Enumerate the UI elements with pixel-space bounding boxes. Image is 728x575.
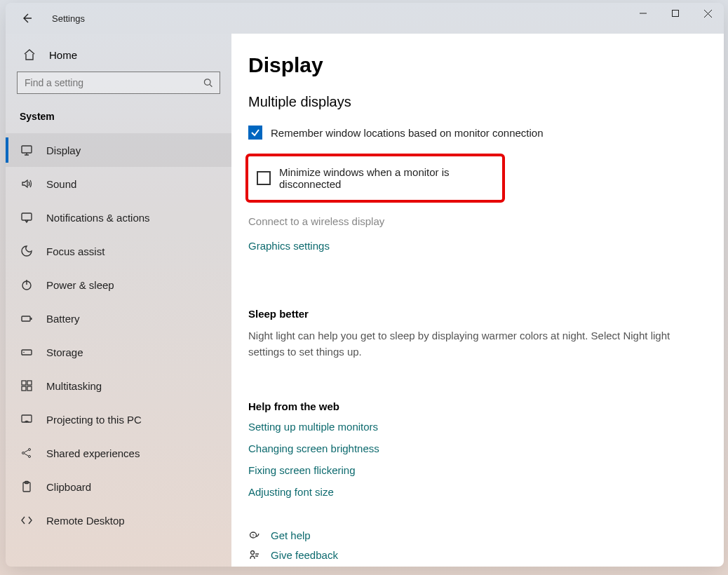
checkbox-minimize-label: Minimize windows when a monitor is disco… <box>279 166 494 190</box>
svg-rect-17 <box>27 386 32 391</box>
maximize-button[interactable] <box>659 3 692 24</box>
svg-point-19 <box>26 421 27 423</box>
svg-line-23 <box>24 450 28 453</box>
sidebar-item-projecting-to-this-pc[interactable]: Projecting to this PC <box>6 402 231 436</box>
sidebar-item-notifications-actions[interactable]: Notifications & actions <box>6 201 231 234</box>
page-title: Display <box>248 53 724 77</box>
section-multiple-displays: Multiple displays <box>248 94 724 110</box>
svg-point-20 <box>22 452 25 454</box>
settings-window: Settings Home <box>6 3 724 567</box>
sidebar-item-label: Clipboard <box>46 481 91 493</box>
checkbox-remember[interactable] <box>248 126 262 140</box>
shared-icon <box>20 446 34 460</box>
feedback-icon <box>248 548 261 561</box>
help-icon: ? <box>248 529 261 541</box>
get-help-row[interactable]: ? Get help <box>248 529 724 541</box>
back-arrow-icon <box>21 13 32 24</box>
sleep-better-heading: Sleep better <box>248 308 724 320</box>
nav-list: DisplaySoundNotifications & actionsFocus… <box>6 133 231 537</box>
back-button[interactable] <box>13 4 41 32</box>
maximize-icon <box>672 10 679 17</box>
svg-rect-15 <box>27 381 32 385</box>
svg-line-3 <box>210 84 212 86</box>
clipboard-icon <box>20 480 34 494</box>
content-area: Home System DisplaySoundNotifications & … <box>6 34 724 567</box>
svg-text:?: ? <box>252 534 255 538</box>
minimize-button[interactable] <box>627 3 659 24</box>
sidebar-item-label: Shared experiences <box>46 447 140 459</box>
close-button[interactable] <box>692 3 724 24</box>
projecting-icon <box>20 412 34 426</box>
sidebar-item-display[interactable]: Display <box>6 133 231 167</box>
give-feedback-row[interactable]: Give feedback <box>248 548 724 561</box>
checkbox-remember-label: Remember window locations based on monit… <box>271 127 544 139</box>
checkbox-minimize[interactable] <box>257 171 271 185</box>
sidebar: Home System DisplaySoundNotifications & … <box>6 34 231 567</box>
focus-assist-icon <box>20 244 34 258</box>
svg-line-24 <box>24 454 28 456</box>
sidebar-item-focus-assist[interactable]: Focus assist <box>6 234 231 268</box>
svg-point-22 <box>29 456 31 458</box>
svg-point-21 <box>29 449 31 451</box>
help-link[interactable]: Setting up multiple monitors <box>248 421 724 433</box>
display-icon <box>20 143 34 157</box>
help-link[interactable]: Fixing screen flickering <box>248 464 724 476</box>
sidebar-item-label: Multitasking <box>46 380 102 392</box>
sidebar-item-multitasking[interactable]: Multitasking <box>6 369 231 402</box>
titlebar: Settings <box>6 3 724 34</box>
home-icon <box>22 48 36 62</box>
get-help-link[interactable]: Get help <box>271 529 311 541</box>
svg-rect-16 <box>22 386 26 391</box>
sleep-better-body: Night light can help you get to sleep by… <box>248 328 697 360</box>
highlighted-setting: Minimize windows when a monitor is disco… <box>245 154 505 203</box>
search-box[interactable] <box>17 72 220 94</box>
storage-icon <box>20 345 34 359</box>
sidebar-item-battery[interactable]: Battery <box>6 302 231 335</box>
svg-point-13 <box>23 352 25 353</box>
notifications-icon <box>20 210 34 224</box>
sidebar-item-label: Display <box>46 144 81 156</box>
sidebar-item-shared-experiences[interactable]: Shared experiences <box>6 436 231 470</box>
svg-rect-4 <box>22 146 32 153</box>
svg-rect-14 <box>22 381 26 385</box>
sound-icon <box>20 177 34 191</box>
sidebar-item-remote-desktop[interactable]: Remote Desktop <box>6 503 231 537</box>
help-link[interactable]: Adjusting font size <box>248 486 724 498</box>
sidebar-item-label: Projecting to this PC <box>46 414 142 426</box>
svg-point-29 <box>251 551 255 555</box>
sidebar-item-label: Battery <box>46 313 80 325</box>
svg-rect-7 <box>22 213 32 220</box>
main-panel: Display Multiple displays Remember windo… <box>231 34 724 567</box>
svg-rect-12 <box>22 350 32 355</box>
search-input[interactable] <box>25 77 203 88</box>
close-icon <box>704 10 712 18</box>
sidebar-item-sound[interactable]: Sound <box>6 167 231 201</box>
sidebar-item-label: Notifications & actions <box>46 212 150 224</box>
link-wireless-display[interactable]: Connect to a wireless display <box>248 215 724 227</box>
help-heading: Help from the web <box>248 400 724 412</box>
sidebar-item-clipboard[interactable]: Clipboard <box>6 470 231 503</box>
home-label: Home <box>49 49 77 61</box>
sidebar-item-label: Storage <box>46 346 83 358</box>
give-feedback-link[interactable]: Give feedback <box>271 549 338 561</box>
search-wrap <box>6 69 231 100</box>
minimize-icon <box>640 10 647 17</box>
help-link[interactable]: Changing screen brightness <box>248 442 724 454</box>
search-icon <box>203 78 213 88</box>
sidebar-item-label: Focus assist <box>46 245 105 257</box>
sidebar-item-label: Sound <box>46 178 76 190</box>
remote-icon <box>20 513 34 527</box>
link-graphics-settings[interactable]: Graphics settings <box>248 240 724 252</box>
svg-rect-1 <box>673 11 679 17</box>
svg-rect-11 <box>31 318 32 320</box>
category-label: System <box>6 100 231 129</box>
svg-point-2 <box>204 79 210 86</box>
multitasking-icon <box>20 379 34 393</box>
sidebar-item-storage[interactable]: Storage <box>6 335 231 369</box>
window-title: Settings <box>52 13 85 24</box>
battery-icon <box>20 311 34 325</box>
sidebar-item-power-sleep[interactable]: Power & sleep <box>6 268 231 302</box>
home-nav[interactable]: Home <box>6 41 231 69</box>
window-controls <box>627 3 724 24</box>
sidebar-item-label: Remote Desktop <box>46 515 125 527</box>
